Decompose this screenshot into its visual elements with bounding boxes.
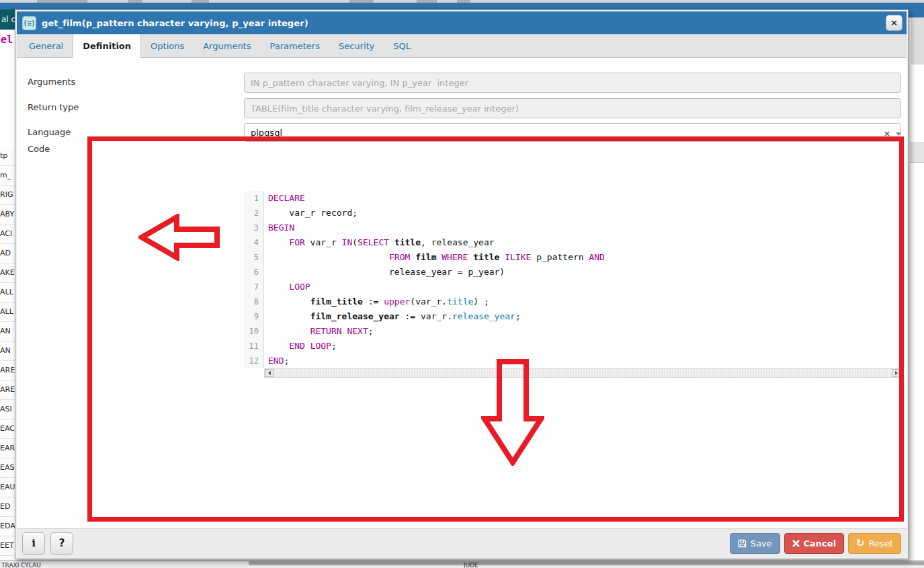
tab-sql[interactable]: SQL <box>384 34 420 57</box>
code-label: Code <box>28 144 50 154</box>
tab-parameters[interactable]: Parameters <box>261 34 329 57</box>
code-line[interactable]: 2 var_r record; <box>244 206 901 220</box>
code-line[interactable]: 10 RETURN NEXT; <box>244 324 901 339</box>
line-number: 5 <box>244 250 264 265</box>
code-line[interactable]: 4 FOR var_r IN(SELECT title, release_yea… <box>244 235 901 250</box>
background-cell-fragment: AN <box>0 341 15 361</box>
line-number: 12 <box>244 354 264 368</box>
tab-definition[interactable]: Definition <box>73 34 141 58</box>
tab-security[interactable]: Security <box>329 34 384 57</box>
line-number: 3 <box>244 220 264 235</box>
close-button[interactable]: × <box>886 15 902 31</box>
screen: al c el tpm_RIGABYACIADAKEALLALLANANAREA… <box>0 0 924 568</box>
tab-bar: GeneralDefinitionOptionsArgumentsParamet… <box>17 34 907 58</box>
background-cell-fragment: EDA <box>0 517 15 536</box>
definition-tab-panel: Arguments Return type Language × Code 1D… <box>17 58 907 529</box>
reset-button[interactable]: ↻ Reset <box>848 533 901 554</box>
cancel-x-icon <box>792 540 800 547</box>
background-cell-fragment: EAS <box>0 458 15 478</box>
background-cell-fragment: AKE <box>0 263 15 283</box>
line-number: 9 <box>244 309 264 324</box>
code-line[interactable]: 5 FROM film WHERE title ILIKE p_pattern … <box>244 250 901 265</box>
background-cell-fragment: ASI <box>0 400 15 419</box>
background-cell-fragment: ED <box>0 497 15 517</box>
background-cell-fragment: tp <box>0 147 15 166</box>
background-toolbar-fragment <box>910 143 924 163</box>
dialog-title: get_film(p_pattern character varying, p_… <box>42 18 308 28</box>
background-cell-fragment: RIG <box>0 186 15 205</box>
tab-general[interactable]: General <box>19 34 73 57</box>
help-button[interactable]: ? <box>50 532 73 555</box>
arguments-field <box>244 73 901 93</box>
chevron-down-icon[interactable] <box>896 132 901 136</box>
scroll-right-icon[interactable] <box>892 369 900 377</box>
cancel-button[interactable]: Cancel <box>784 533 845 554</box>
sql-info-button[interactable]: i <box>22 532 45 555</box>
line-number: 4 <box>244 235 264 250</box>
background-cell-fragment: ACI <box>0 225 15 244</box>
dialog-titlebar[interactable]: (≡) get_film(p_pattern character varying… <box>17 11 907 34</box>
background-window-header <box>0 3 924 9</box>
code-line[interactable]: 9 film_release_year := var_r.release_yea… <box>244 309 901 324</box>
background-cell-fragment: ALL <box>0 302 15 322</box>
edit-function-dialog: (≡) get_film(p_pattern character varying… <box>15 9 909 559</box>
background-cell-fragment: EAR <box>0 439 15 458</box>
code-line[interactable]: 1DECLARE <box>244 191 901 206</box>
background-grid-row-fragment: TRAXI CYLAUJUDE <box>0 560 924 568</box>
horizontal-scrollbar[interactable] <box>264 368 901 378</box>
code-line[interactable]: 7 LOOP <box>244 280 901 294</box>
dialog-footer: i ? Save Cancel ↻ Reset <box>17 528 907 557</box>
language-combo-input[interactable] <box>244 123 901 142</box>
background-cell-fragment: EET <box>0 536 15 556</box>
background-cell-fragment: ALL <box>0 283 15 302</box>
code-editor[interactable]: 1DECLARE2 var_r record;3BEGIN4 FOR var_r… <box>244 188 901 378</box>
background-cell-fragment: EAC <box>0 419 15 439</box>
save-button[interactable]: Save <box>730 533 780 554</box>
code-line[interactable]: 12END; <box>244 354 901 368</box>
background-cell-fragment: m_ <box>0 166 15 186</box>
line-number: 1 <box>244 191 264 206</box>
code-line[interactable]: 3BEGIN <box>244 220 901 235</box>
line-number: 10 <box>244 324 264 339</box>
background-window-header-edge <box>909 3 924 17</box>
code-line[interactable]: 8 film_title := upper(var_r.title) ; <box>244 294 901 309</box>
code-line[interactable]: 6 release_year = p_year) <box>244 265 901 280</box>
background-cell-fragment: AN <box>0 322 15 341</box>
background-panel-fragment <box>911 17 924 65</box>
background-cell-fragment: ABY <box>0 205 15 225</box>
reset-recycle-icon: ↻ <box>856 538 865 549</box>
line-number: 8 <box>244 294 264 309</box>
line-number: 11 <box>244 339 264 354</box>
background-cell-fragment: ARE <box>0 361 15 380</box>
background-cell-fragment: EAU <box>0 478 15 497</box>
tab-arguments[interactable]: Arguments <box>194 34 260 57</box>
scroll-left-icon[interactable] <box>265 369 274 377</box>
language-clear-icon[interactable]: × <box>884 129 890 138</box>
background-sql-text-fragment: el <box>1 34 13 46</box>
background-cell-fragment: TRAXI CYLAU <box>1 562 41 568</box>
tab-options[interactable]: Options <box>141 34 194 57</box>
language-label: Language <box>28 127 71 137</box>
line-number: 7 <box>244 280 264 294</box>
arguments-label: Arguments <box>28 77 75 87</box>
background-grid-column-fragment: tpm_RIGABYACIADAKEALLALLANANAREAREASIEAC… <box>0 147 15 568</box>
code-lines[interactable]: 1DECLARE2 var_r record;3BEGIN4 FOR var_r… <box>244 188 901 368</box>
return-type-field <box>244 98 901 118</box>
line-number: 6 <box>244 265 264 280</box>
background-cell-fragment: ARE <box>0 380 15 400</box>
background-cell-fragment: JUDE <box>464 562 478 568</box>
return-type-label: Return type <box>28 102 79 112</box>
code-line[interactable]: 11 END LOOP; <box>244 339 901 354</box>
function-icon: (≡) <box>22 16 36 30</box>
line-number: 2 <box>244 206 264 220</box>
background-cell-fragment: AD <box>0 244 15 263</box>
save-floppy-icon <box>738 539 747 548</box>
